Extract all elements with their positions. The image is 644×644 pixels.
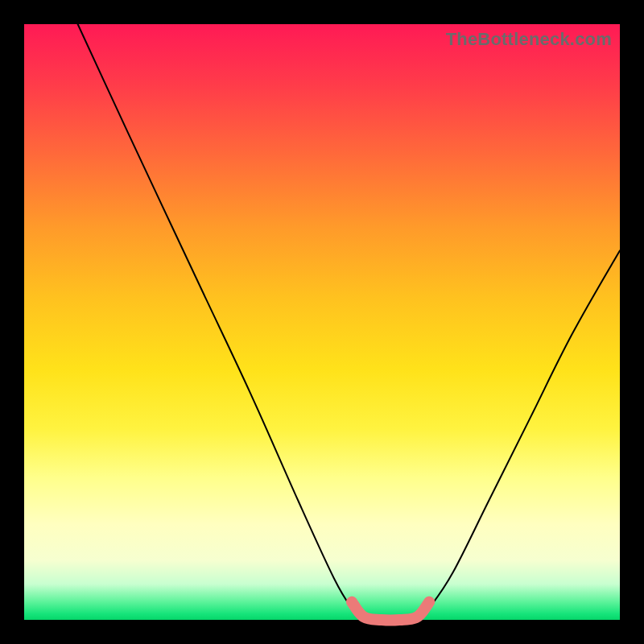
right-curve-path: [417, 250, 620, 620]
plot-area: TheBottleneck.com: [24, 24, 620, 620]
chart-svg: [24, 24, 620, 620]
chart-frame: TheBottleneck.com: [0, 0, 644, 644]
left-curve-path: [78, 24, 364, 620]
bottom-band-path: [352, 602, 429, 621]
